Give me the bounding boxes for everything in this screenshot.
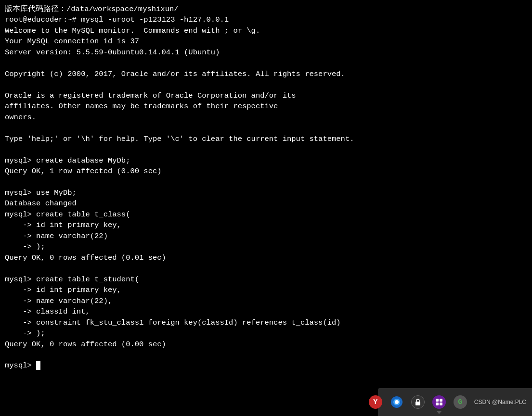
terminal-line: -> id int primary key,	[5, 285, 527, 295]
terminal-line: -> id int primary key,	[5, 220, 527, 230]
terminal-line: 版本库代码路径：/data/workspace/myshixun/	[5, 4, 527, 14]
terminal-line: -> classId int,	[5, 306, 527, 317]
taskbar: Y G CSDN @Name:PLC	[378, 388, 532, 416]
svg-rect-4	[436, 399, 439, 402]
terminal-line: Copyright (c) 2000, 2017, Oracle and/or …	[5, 69, 527, 79]
svg-point-2	[395, 400, 399, 404]
svg-rect-6	[436, 403, 439, 405]
terminal-line: mysql> create database MyDb;	[5, 155, 527, 166]
terminal-line: -> constraint fk_stu_class1 foreign key(…	[5, 317, 527, 328]
taskbar-icon-icon3[interactable]	[409, 393, 427, 411]
taskbar-icon-icon2[interactable]	[388, 393, 406, 411]
terminal-line: Oracle is a registered trademark of Orac…	[5, 90, 527, 101]
svg-rect-7	[440, 403, 442, 405]
terminal-line: Type 'help;' or '\h' for help. Type '\c'…	[5, 134, 527, 144]
terminal-line: -> name varchar(22)	[5, 231, 527, 241]
terminal-line: Welcome to the MySQL monitor. Commands e…	[5, 25, 527, 36]
taskbar-label: CSDN @Name:PLC	[474, 399, 526, 405]
terminal-line: Query OK, 0 rows affected (0.01 sec)	[5, 252, 527, 263]
terminal-line-prompt: mysql>	[5, 360, 527, 371]
terminal-output: 版本库代码路径：/data/workspace/myshixun/root@ed…	[5, 4, 527, 371]
terminal-line: Query OK, 0 rows affected (0.00 sec)	[5, 339, 527, 350]
terminal: 版本库代码路径：/data/workspace/myshixun/root@ed…	[0, 0, 532, 416]
svg-rect-3	[415, 402, 420, 405]
terminal-line: affiliates. Other names may be trademark…	[5, 101, 527, 112]
terminal-cursor	[36, 361, 40, 370]
taskbar-icon-icon1[interactable]: Y	[366, 393, 385, 411]
terminal-line: -> );	[5, 328, 527, 339]
terminal-line: mysql> create table t_student(	[5, 274, 527, 285]
svg-rect-5	[440, 399, 442, 402]
terminal-line: Your MySQL connection id is 37	[5, 36, 527, 47]
taskbar-icon-icon5[interactable]: G	[451, 393, 469, 411]
terminal-line: -> name varchar(22),	[5, 296, 527, 306]
terminal-line: Database changed	[5, 198, 527, 209]
terminal-line: Query OK, 1 row affected (0.00 sec)	[5, 166, 527, 176]
terminal-line: Server version: 5.5.59-0ubuntu0.14.04.1 …	[5, 47, 527, 58]
taskbar-icon-icon4[interactable]	[430, 393, 448, 411]
taskbar-icons: Y G	[366, 393, 469, 411]
terminal-line: root@educoder:~# mysql -uroot -p123123 -…	[5, 14, 527, 25]
terminal-line: owners.	[5, 112, 527, 123]
terminal-line: mysql> create table t_class(	[5, 209, 527, 220]
terminal-line: -> );	[5, 241, 527, 252]
terminal-line: mysql> use MyDb;	[5, 188, 527, 198]
